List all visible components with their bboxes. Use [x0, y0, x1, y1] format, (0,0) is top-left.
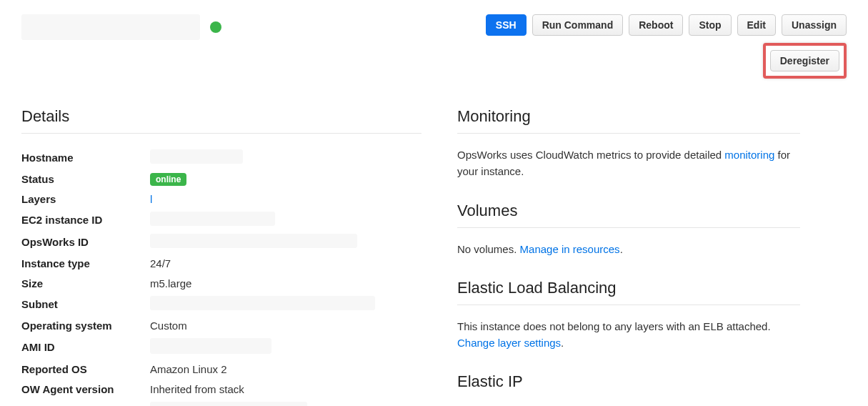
row-os: Operating system Custom [21, 315, 421, 335]
main-content: Details Hostname Status online Layers l … [21, 100, 847, 406]
instance-title-redacted [21, 14, 200, 40]
value-subnet-redacted [150, 296, 375, 310]
row-subnet: Subnet [21, 293, 421, 315]
edit-button[interactable]: Edit [737, 14, 776, 36]
label-ami-id: AMI ID [21, 341, 150, 353]
row-status: Status online [21, 169, 421, 189]
value-ec2-id-redacted [150, 212, 275, 226]
header-actions: SSH Run Command Reboot Stop Edit Unassig… [486, 14, 847, 79]
value-opsworks-id-redacted [150, 234, 357, 248]
monitoring-title: Monitoring [457, 107, 800, 134]
details-title: Details [21, 107, 421, 134]
value-reported-ow-agent-redacted [150, 402, 307, 406]
label-status: Status [21, 173, 150, 185]
layers-link[interactable]: l [150, 193, 152, 205]
value-os: Custom [150, 320, 187, 332]
row-ow-agent-version: OW Agent version Inherited from stack [21, 379, 421, 399]
header-left [21, 14, 221, 40]
volumes-text: No volumes. Manage in resources. [457, 241, 800, 257]
eip-section: Elastic IP [457, 372, 800, 398]
row-instance-type: Instance type 24/7 [21, 253, 421, 273]
eip-title: Elastic IP [457, 372, 800, 398]
stop-button[interactable]: Stop [689, 14, 731, 36]
monitoring-link[interactable]: monitoring [724, 149, 774, 161]
elb-link[interactable]: Change layer settings [457, 337, 561, 349]
label-instance-type: Instance type [21, 257, 150, 269]
deregister-button[interactable]: Deregister [770, 50, 839, 71]
row-ami-id: AMI ID [21, 335, 421, 359]
value-hostname-redacted [150, 149, 243, 164]
row-reported-ow-agent: Reported OW Agent [21, 399, 421, 406]
label-os: Operating system [21, 320, 150, 332]
run-command-button[interactable]: Run Command [532, 14, 624, 36]
row-opsworks-id: OpsWorks ID [21, 231, 421, 253]
value-ami-id-redacted [150, 338, 271, 354]
deregister-highlight: Deregister [763, 43, 847, 79]
row-hostname: Hostname [21, 147, 421, 169]
label-ec2-id: EC2 instance ID [21, 214, 150, 226]
elb-title: Elastic Load Balancing [457, 279, 800, 305]
button-row-primary: SSH Run Command Reboot Stop Edit Unassig… [486, 14, 847, 36]
label-subnet: Subnet [21, 298, 150, 310]
elb-text: This instance does not belong to any lay… [457, 318, 800, 352]
ssh-button[interactable]: SSH [486, 14, 527, 36]
label-hostname: Hostname [21, 152, 150, 164]
monitoring-text: OpsWorks uses CloudWatch metrics to prov… [457, 147, 800, 180]
monitoring-text-before: OpsWorks uses CloudWatch metrics to prov… [457, 149, 724, 161]
value-ow-agent-version: Inherited from stack [150, 383, 244, 395]
elb-text-before: This instance does not belong to any lay… [457, 320, 771, 332]
volumes-section: Volumes No volumes. Manage in resources. [457, 202, 800, 257]
label-opsworks-id: OpsWorks ID [21, 236, 150, 248]
label-ow-agent-version: OW Agent version [21, 383, 150, 395]
volumes-text-before: No volumes. [457, 243, 520, 255]
reboot-button[interactable]: Reboot [629, 14, 683, 36]
row-layers: Layers l [21, 189, 421, 209]
volumes-title: Volumes [457, 202, 800, 228]
value-size: m5.large [150, 277, 191, 289]
row-ec2-id: EC2 instance ID [21, 209, 421, 231]
value-reported-os: Amazon Linux 2 [150, 363, 227, 375]
label-reported-os: Reported OS [21, 363, 150, 375]
volumes-link[interactable]: Manage in resources [520, 243, 620, 255]
unassign-button[interactable]: Unassign [782, 14, 847, 36]
monitoring-section: Monitoring OpsWorks uses CloudWatch metr… [457, 107, 800, 180]
volumes-text-after: . [620, 243, 623, 255]
page-header: SSH Run Command Reboot Stop Edit Unassig… [21, 14, 847, 79]
right-column: Monitoring OpsWorks uses CloudWatch metr… [457, 100, 800, 406]
left-column: Details Hostname Status online Layers l … [21, 100, 421, 406]
row-size: Size m5.large [21, 273, 421, 293]
elb-text-after: . [561, 337, 564, 349]
elb-section: Elastic Load Balancing This instance doe… [457, 279, 800, 352]
row-reported-os: Reported OS Amazon Linux 2 [21, 359, 421, 379]
status-dot-icon [210, 21, 221, 33]
value-instance-type: 24/7 [150, 257, 171, 269]
status-badge: online [150, 173, 186, 186]
label-size: Size [21, 277, 150, 289]
label-layers: Layers [21, 193, 150, 205]
